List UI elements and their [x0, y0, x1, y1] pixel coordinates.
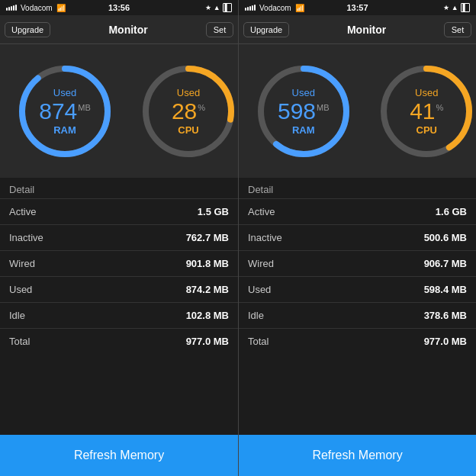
gauge-unit: % — [198, 103, 205, 112]
gauge-top-label: Used — [53, 87, 76, 98]
wifi-icon: 📶 — [56, 4, 66, 12]
detail-row: Inactive 762.7 MB — [0, 224, 238, 250]
carrier-name: Vodacom — [259, 4, 291, 12]
gauge-unit: % — [436, 103, 444, 112]
detail-row-label: Idle — [248, 310, 264, 321]
detail-row-value: 906.7 MB — [424, 258, 467, 269]
gauge-bottom-label: CPU — [416, 124, 437, 136]
signal-bars — [245, 5, 256, 11]
refresh-memory-button[interactable]: Refresh Memory — [239, 435, 476, 476]
gauge-cpu-gauge-left: Used 28% CPU — [140, 63, 237, 160]
gauge-top-label: Used — [292, 87, 315, 98]
battery-icon: ▌ — [223, 3, 232, 12]
gauge-value: 598MB — [278, 98, 330, 124]
signal-bars — [6, 5, 17, 11]
gauge-ram-gauge-left: Used 874MB RAM — [16, 63, 114, 160]
wifi-icon: 📶 — [295, 4, 304, 12]
detail-section: Detail Active 1.5 GB Inactive 762.7 MB W… — [0, 178, 238, 435]
gauge-ram-gauge-right: Used 598MB RAM — [255, 63, 352, 160]
panel-left: Vodacom 📶 13:56 ★ ▲ ▌ Upgrade Monitor Se… — [0, 0, 238, 476]
settings-button[interactable]: Set — [444, 22, 471, 37]
detail-row: Inactive 500.6 MB — [239, 224, 476, 250]
detail-row: Used 874.2 MB — [0, 276, 238, 302]
detail-row: Total 977.0 MB — [0, 328, 238, 354]
bluetooth-icon: ★ — [443, 4, 449, 11]
gauge-bottom-label: RAM — [292, 124, 315, 136]
gauge-bottom-label: CPU — [178, 124, 198, 136]
status-time: 13:57 — [346, 3, 368, 12]
settings-button[interactable]: Set — [206, 22, 233, 37]
detail-row-label: Total — [9, 336, 30, 347]
panel-right: Vodacom 📶 13:57 ★ ▲ ▌ Upgrade Monitor Se… — [238, 0, 476, 476]
detail-header: Detail — [0, 178, 238, 198]
detail-table: Active 1.6 GB Inactive 500.6 MB Wired 90… — [239, 198, 476, 354]
status-left: Vodacom 📶 — [6, 4, 66, 12]
gauge-unit: MB — [78, 103, 91, 112]
detail-row-label: Idle — [9, 310, 25, 321]
detail-row-value: 500.6 MB — [424, 232, 467, 243]
nav-bar: Upgrade Monitor Set — [0, 15, 238, 44]
detail-row: Idle 102.8 MB — [0, 302, 238, 328]
detail-row: Active 1.5 GB — [0, 198, 238, 224]
wifi-signal-icon: ▲ — [452, 4, 458, 11]
gauge-bottom-label: RAM — [53, 124, 76, 136]
detail-row-label: Inactive — [9, 232, 43, 243]
detail-table: Active 1.5 GB Inactive 762.7 MB Wired 90… — [0, 198, 238, 354]
detail-row-label: Active — [9, 206, 36, 217]
status-bar: Vodacom 📶 13:57 ★ ▲ ▌ — [239, 0, 476, 15]
detail-row-label: Active — [248, 206, 275, 217]
refresh-memory-button[interactable]: Refresh Memory — [0, 435, 238, 476]
detail-row: Used 598.4 MB — [239, 276, 476, 302]
gauges-section: Used 874MB RAM Used 28% CPU — [0, 44, 238, 178]
nav-title: Monitor — [347, 24, 386, 36]
detail-row: Active 1.6 GB — [239, 198, 476, 224]
gauge-unit: MB — [317, 103, 330, 112]
carrier-name: Vodacom — [21, 4, 53, 12]
detail-row-label: Inactive — [248, 232, 282, 243]
detail-header: Detail — [239, 178, 476, 198]
bluetooth-icon: ★ — [205, 4, 211, 11]
detail-row-label: Used — [9, 284, 32, 295]
detail-row-label: Wired — [9, 258, 35, 269]
detail-row-label: Total — [248, 336, 269, 347]
detail-row: Wired 906.7 MB — [239, 250, 476, 276]
battery-icon: ▌ — [461, 3, 470, 12]
wifi-signal-icon: ▲ — [214, 4, 220, 11]
gauges-section: Used 598MB RAM Used 41% CPU — [239, 44, 476, 178]
status-bar: Vodacom 📶 13:56 ★ ▲ ▌ — [0, 0, 238, 15]
detail-row-value: 977.0 MB — [186, 336, 229, 347]
gauge-value: 28% — [172, 98, 205, 124]
detail-row: Total 977.0 MB — [239, 328, 476, 354]
status-time: 13:56 — [108, 3, 130, 12]
status-left: Vodacom 📶 — [245, 4, 304, 12]
detail-row-value: 977.0 MB — [424, 336, 467, 347]
detail-row-value: 1.6 GB — [436, 206, 467, 217]
upgrade-button[interactable]: Upgrade — [5, 22, 50, 37]
gauge-value: 41% — [410, 98, 443, 124]
detail-row-label: Wired — [248, 258, 274, 269]
detail-row-label: Used — [248, 284, 271, 295]
detail-row-value: 598.4 MB — [424, 284, 467, 295]
detail-row-value: 102.8 MB — [186, 310, 229, 321]
gauge-cpu-gauge-right: Used 41% CPU — [378, 63, 475, 160]
detail-section: Detail Active 1.6 GB Inactive 500.6 MB W… — [239, 178, 476, 435]
detail-row: Idle 378.6 MB — [239, 302, 476, 328]
detail-row-value: 378.6 MB — [424, 310, 467, 321]
status-right: ★ ▲ ▌ — [205, 3, 232, 12]
nav-bar: Upgrade Monitor Set — [239, 15, 476, 44]
gauge-top-label: Used — [177, 87, 200, 98]
detail-row-value: 901.8 MB — [186, 258, 229, 269]
gauge-top-label: Used — [415, 87, 438, 98]
detail-row: Wired 901.8 MB — [0, 250, 238, 276]
detail-row-value: 874.2 MB — [186, 284, 229, 295]
upgrade-button[interactable]: Upgrade — [243, 22, 289, 37]
status-right: ★ ▲ ▌ — [443, 3, 470, 12]
nav-title: Monitor — [108, 24, 147, 36]
gauge-value: 874MB — [39, 98, 91, 124]
detail-row-value: 1.5 GB — [198, 206, 229, 217]
detail-row-value: 762.7 MB — [186, 232, 229, 243]
